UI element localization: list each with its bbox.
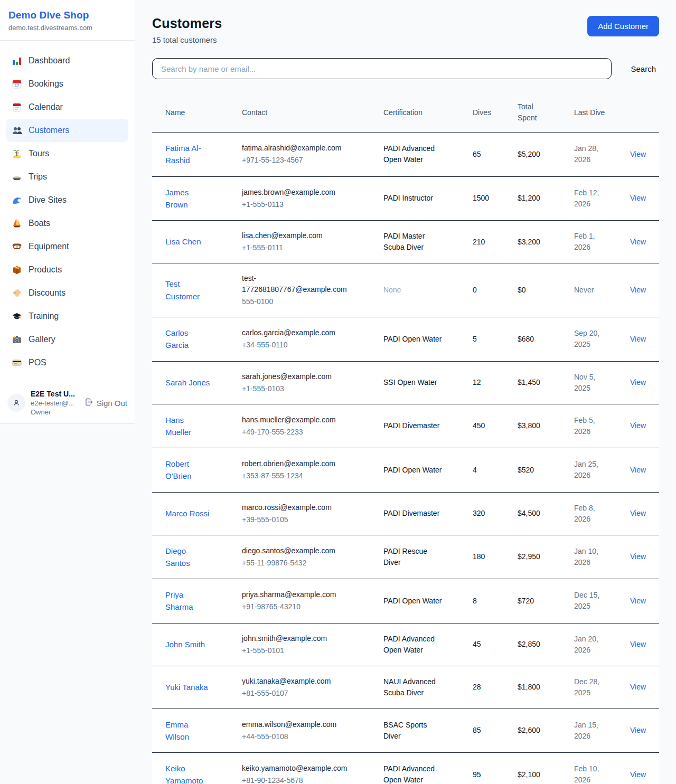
customer-name-link[interactable]: Sarah Jones bbox=[165, 376, 210, 389]
sidebar-item-calendar[interactable]: Calendar bbox=[6, 96, 128, 119]
view-link[interactable]: View bbox=[630, 335, 646, 343]
customer-certification: SSI Open Water bbox=[383, 367, 473, 398]
view-link[interactable]: View bbox=[630, 378, 646, 386]
customer-name-link[interactable]: Lisa Chen bbox=[165, 235, 201, 248]
customer-email: john.smith@example.com bbox=[242, 633, 349, 644]
wave-icon bbox=[12, 195, 22, 205]
sidebar-item-dive-sites[interactable]: Dive Sites bbox=[6, 188, 128, 212]
search-input[interactable] bbox=[152, 58, 612, 79]
sidebar-item-label: Discounts bbox=[29, 288, 65, 298]
view-link[interactable]: View bbox=[630, 286, 646, 294]
customer-name-link[interactable]: Diego Santos bbox=[165, 545, 212, 570]
shop-name: Demo Dive Shop bbox=[8, 10, 126, 21]
view-link[interactable]: View bbox=[630, 726, 646, 734]
customer-name-link[interactable]: Yuki Tanaka bbox=[165, 681, 208, 693]
customer-name-cell: Yuki Tanaka bbox=[152, 672, 242, 703]
customer-email: carlos.garcia@example.com bbox=[242, 327, 349, 338]
sidebar-item-tours[interactable]: Tours bbox=[6, 142, 128, 165]
user-email: e2e-tester@... bbox=[31, 399, 79, 407]
user-name: E2E Test U... bbox=[31, 390, 79, 398]
customer-name-link[interactable]: Keiko Yamamoto bbox=[165, 762, 212, 784]
column-header-total-spent: Total Spent bbox=[518, 93, 574, 132]
customer-contact-cell: fatima.alrashid@example.com +971-55-123-… bbox=[242, 133, 383, 175]
customer-phone: +1-555-0113 bbox=[242, 199, 349, 210]
customer-name-cell: Hans Mueller bbox=[152, 404, 242, 448]
column-header-last-dive: Last Dive bbox=[574, 99, 630, 127]
customer-name-link[interactable]: Emma Wilson bbox=[165, 719, 212, 743]
customer-action-cell: View bbox=[630, 542, 659, 572]
customer-dives: 450 bbox=[473, 411, 518, 441]
view-link[interactable]: View bbox=[630, 640, 646, 648]
sidebar-item-label: Dive Sites bbox=[29, 195, 67, 205]
sidebar-item-trips[interactable]: Trips bbox=[6, 165, 128, 188]
view-link[interactable]: View bbox=[630, 597, 646, 605]
column-header-name: Name bbox=[152, 99, 242, 127]
sidebar-item-label: Equipment bbox=[29, 242, 69, 251]
search-button[interactable]: Search bbox=[627, 60, 659, 78]
customer-dives: 28 bbox=[473, 672, 518, 702]
sidebar-item-training[interactable]: Training bbox=[6, 305, 128, 328]
customer-last-dive: Never bbox=[574, 275, 630, 305]
sidebar-item-bookings[interactable]: 17 Bookings bbox=[6, 72, 128, 96]
customer-name-link[interactable]: Carlos Garcia bbox=[165, 327, 212, 352]
customer-name-link[interactable]: Fatima Al-Rashid bbox=[165, 142, 212, 167]
view-link[interactable]: View bbox=[630, 509, 646, 517]
sidebar-item-boats[interactable]: Boats bbox=[6, 212, 128, 235]
customer-name-link[interactable]: John Smith bbox=[165, 638, 205, 650]
customer-phone: 555-0100 bbox=[242, 296, 349, 307]
view-link[interactable]: View bbox=[630, 194, 646, 202]
customer-name-link[interactable]: Marco Rossi bbox=[165, 507, 209, 519]
table-row: Hans Mueller hans.mueller@example.com +4… bbox=[152, 404, 659, 448]
customer-name-link[interactable]: Robert O'Brien bbox=[165, 458, 212, 483]
customers-table: Name Contact Certification Dives Total S… bbox=[152, 93, 659, 784]
view-link[interactable]: View bbox=[630, 238, 646, 246]
customer-last-dive: Jan 20, 2026 bbox=[574, 624, 630, 665]
sidebar-item-label: Products bbox=[29, 265, 62, 275]
customer-dives: 320 bbox=[473, 498, 518, 528]
sidebar-item-label: Bookings bbox=[29, 79, 63, 89]
customer-name-link[interactable]: Hans Mueller bbox=[165, 414, 212, 439]
sidebar-item-label: Trips bbox=[29, 172, 47, 182]
customer-dives: 85 bbox=[473, 715, 518, 745]
calendar-icon bbox=[12, 102, 22, 112]
customer-certification: PADI Divemaster bbox=[383, 411, 473, 441]
customer-phone: +1-555-0103 bbox=[242, 383, 349, 394]
sign-out-label: Sign Out bbox=[97, 399, 127, 408]
customer-dives: 180 bbox=[473, 542, 518, 572]
customer-certification: PADI Rescue Diver bbox=[383, 536, 473, 578]
dive-mask-icon bbox=[12, 241, 22, 252]
add-customer-button[interactable]: Add Customer bbox=[587, 16, 659, 36]
view-link[interactable]: View bbox=[630, 552, 646, 561]
customer-phone: +39-555-0105 bbox=[242, 514, 349, 525]
column-header-certification: Certification bbox=[383, 99, 473, 127]
sidebar-item-pos[interactable]: POS bbox=[6, 351, 128, 374]
customer-last-dive: Dec 28, 2025 bbox=[574, 667, 630, 708]
customer-name-link[interactable]: Test Customer bbox=[165, 278, 212, 303]
sidebar-item-dashboard[interactable]: Dashboard bbox=[6, 49, 128, 72]
view-link[interactable]: View bbox=[630, 421, 646, 430]
customer-name-link[interactable]: James Brown bbox=[165, 186, 212, 211]
view-link[interactable]: View bbox=[630, 466, 646, 474]
sidebar-item-products[interactable]: Products bbox=[6, 258, 128, 281]
bookings-calendar-icon: 17 bbox=[12, 79, 22, 89]
view-link[interactable]: View bbox=[630, 770, 646, 779]
customer-last-dive: Feb 12, 2026 bbox=[574, 178, 630, 219]
sidebar-item-discounts[interactable]: Discounts bbox=[6, 281, 128, 305]
view-link[interactable]: View bbox=[630, 683, 646, 691]
customer-last-dive: Jan 25, 2026 bbox=[574, 449, 630, 490]
sidebar-item-gallery[interactable]: Gallery bbox=[6, 328, 128, 351]
sidebar-item-customers[interactable]: Customers bbox=[6, 119, 128, 142]
avatar bbox=[7, 394, 25, 412]
view-link[interactable]: View bbox=[630, 150, 646, 158]
customer-action-cell: View bbox=[630, 586, 659, 616]
table-row: Yuki Tanaka yuki.tanaka@example.com +81-… bbox=[152, 666, 659, 709]
customer-phone: +34-555-0110 bbox=[242, 339, 349, 351]
table-row: Test Customer test-1772681807767@example… bbox=[152, 263, 659, 317]
customer-name-link[interactable]: Priya Sharma bbox=[165, 589, 212, 613]
page-header-text: Customers 15 total customers bbox=[152, 16, 222, 44]
sign-out-button[interactable]: Sign Out bbox=[84, 398, 127, 408]
sidebar-item-equipment[interactable]: Equipment bbox=[6, 235, 128, 258]
customer-total-spent: $1,200 bbox=[518, 183, 574, 213]
customer-contact-cell: john.smith@example.com +1-555-0101 bbox=[242, 624, 383, 666]
customer-action-cell: View bbox=[630, 715, 659, 745]
